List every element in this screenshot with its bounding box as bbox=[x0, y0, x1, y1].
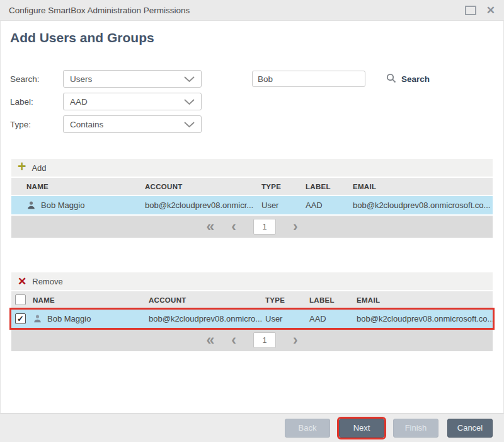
row-label: AAD bbox=[309, 314, 357, 323]
remove-x-icon: ✕ bbox=[18, 276, 26, 287]
previous-page-icon[interactable]: ‹ bbox=[231, 333, 236, 347]
previous-page-icon[interactable]: ‹ bbox=[231, 219, 236, 234]
window-controls: ✕ bbox=[465, 5, 495, 16]
add-results-table: + Add NAME ACCOUNT TYPE LABEL EMAIL Bob … bbox=[11, 159, 493, 238]
checkmark-icon: ✓ bbox=[17, 315, 24, 323]
type-form-row: Type: Contains bbox=[0, 115, 504, 133]
maximize-icon[interactable] bbox=[465, 6, 476, 15]
finish-button[interactable]: Finish bbox=[393, 419, 438, 438]
search-type-dropdown[interactable]: Users bbox=[63, 70, 202, 88]
search-icon bbox=[386, 73, 396, 85]
cancel-button[interactable]: Cancel bbox=[447, 419, 493, 438]
column-header-account: ACCOUNT bbox=[149, 296, 265, 304]
remove-table-pagination: « ‹ 1 › bbox=[11, 328, 493, 351]
user-icon bbox=[33, 314, 42, 323]
first-page-icon[interactable]: « bbox=[206, 219, 214, 234]
back-button[interactable]: Back bbox=[285, 419, 330, 438]
search-input[interactable] bbox=[252, 71, 365, 87]
label-dropdown[interactable]: AAD bbox=[63, 93, 202, 110]
row-type: User bbox=[265, 314, 309, 323]
column-header-type: TYPE bbox=[261, 183, 306, 190]
search-type-dropdown-value: Users bbox=[70, 74, 92, 84]
configure-permissions-dialog: Configure SmartBox Administration Permis… bbox=[0, 0, 504, 442]
search-label: Search: bbox=[10, 70, 40, 88]
next-button[interactable]: Next bbox=[339, 419, 384, 438]
close-icon[interactable]: ✕ bbox=[486, 5, 495, 16]
search-button[interactable]: Search bbox=[386, 70, 430, 88]
window-title: Configure SmartBox Administration Permis… bbox=[9, 6, 190, 15]
add-table-row-bob-maggio[interactable]: Bob Maggio bob@k2cloudprev08.onmicr... U… bbox=[11, 196, 493, 214]
chevron-down-icon bbox=[184, 99, 195, 105]
next-page-icon[interactable]: › bbox=[293, 333, 298, 347]
add-table-pagination: « ‹ 1 › bbox=[11, 214, 493, 238]
chevron-down-icon bbox=[184, 76, 195, 82]
label-label: Label: bbox=[10, 93, 33, 110]
remove-button-label: Remove bbox=[32, 277, 62, 286]
label-form-row: Label: AAD bbox=[0, 93, 504, 110]
row-checkbox-checked[interactable]: ✓ bbox=[15, 313, 26, 324]
add-button-label: Add bbox=[32, 163, 46, 173]
remove-button[interactable]: ✕ Remove bbox=[11, 272, 493, 291]
row-name: Bob Maggio bbox=[41, 201, 84, 210]
chevron-down-icon bbox=[184, 122, 195, 127]
column-header-label: LABEL bbox=[306, 183, 353, 190]
row-account: bob@k2cloudprev08.onmicr... bbox=[145, 201, 261, 210]
column-header-label: LABEL bbox=[309, 296, 357, 304]
title-bar: Configure SmartBox Administration Permis… bbox=[0, 0, 504, 21]
row-name: Bob Maggio bbox=[47, 314, 91, 323]
user-icon bbox=[26, 201, 36, 210]
page-number-box[interactable]: 1 bbox=[253, 219, 276, 235]
row-type: User bbox=[261, 201, 306, 210]
search-form-row: Search: Users Search bbox=[0, 70, 504, 88]
name-cell: Bob Maggio bbox=[33, 314, 149, 323]
add-button[interactable]: + Add bbox=[11, 159, 493, 178]
add-table-header: NAME ACCOUNT TYPE LABEL EMAIL bbox=[11, 178, 493, 196]
label-dropdown-value: AAD bbox=[70, 97, 88, 107]
row-label: AAD bbox=[306, 201, 353, 210]
column-header-name: NAME bbox=[33, 296, 149, 304]
search-button-label: Search bbox=[401, 74, 430, 84]
type-dropdown-value: Contains bbox=[70, 120, 103, 129]
row-email: bob@k2cloudprev08.onmicrosoft.co... bbox=[353, 201, 493, 210]
column-header-email: EMAIL bbox=[357, 296, 493, 304]
column-header-type: TYPE bbox=[265, 296, 309, 304]
column-header-account: ACCOUNT bbox=[145, 183, 261, 190]
remove-table-row-bob-maggio[interactable]: ✓ Bob Maggio bob@k2cloudprev08.onmicro..… bbox=[11, 310, 493, 328]
type-dropdown[interactable]: Contains bbox=[63, 115, 202, 133]
plus-icon: + bbox=[18, 160, 26, 174]
page-number-box[interactable]: 1 bbox=[253, 332, 276, 348]
page-title: Add Users and Groups bbox=[10, 30, 154, 45]
remove-results-table: ✕ Remove NAME ACCOUNT TYPE LABEL EMAIL ✓… bbox=[11, 272, 493, 351]
row-email: bob@k2cloudprev08.onmicrosoft.co... bbox=[357, 314, 494, 323]
next-page-icon[interactable]: › bbox=[293, 219, 298, 234]
row-account: bob@k2cloudprev08.onmicro... bbox=[149, 314, 265, 323]
type-label: Type: bbox=[10, 115, 31, 133]
column-header-name: NAME bbox=[11, 183, 145, 190]
dialog-footer: Back Next Finish Cancel bbox=[0, 413, 504, 442]
name-cell: Bob Maggio bbox=[11, 201, 145, 210]
remove-table-header: NAME ACCOUNT TYPE LABEL EMAIL bbox=[11, 291, 493, 310]
first-page-icon[interactable]: « bbox=[206, 333, 214, 347]
select-all-checkbox[interactable] bbox=[15, 294, 26, 305]
column-header-email: EMAIL bbox=[353, 183, 493, 190]
